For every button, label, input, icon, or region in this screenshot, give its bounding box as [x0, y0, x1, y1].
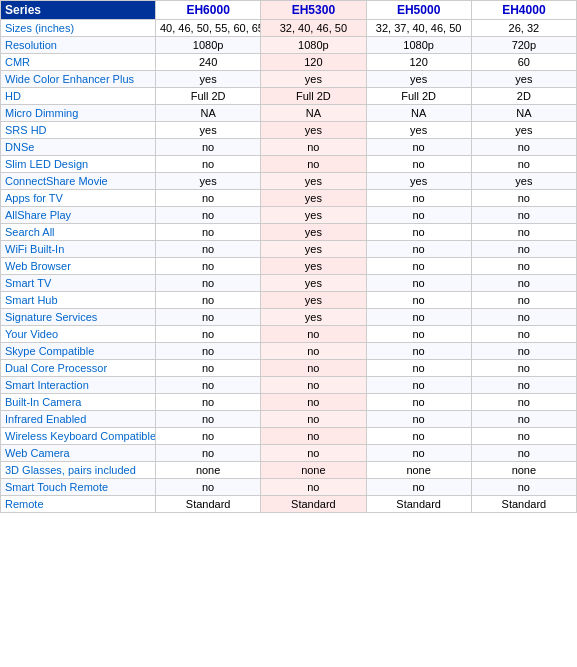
table-header-row: Series EH6000 EH5300 EH5000 EH4000	[1, 1, 577, 20]
eh6000-cell: no	[156, 309, 261, 326]
feature-cell: Remote	[1, 496, 156, 513]
eh5300-cell: yes	[261, 309, 366, 326]
eh5300-cell: yes	[261, 173, 366, 190]
eh5300-cell: no	[261, 156, 366, 173]
feature-cell: Wireless Keyboard Compatible	[1, 428, 156, 445]
eh6000-cell: 240	[156, 54, 261, 71]
eh5000-cell: no	[366, 190, 471, 207]
eh4000-cell: no	[471, 377, 576, 394]
eh5000-cell: no	[366, 343, 471, 360]
feature-cell: Micro Dimming	[1, 105, 156, 122]
feature-cell: Smart Interaction	[1, 377, 156, 394]
feature-cell: WiFi Built-In	[1, 241, 156, 258]
table-row: RemoteStandardStandardStandardStandard	[1, 496, 577, 513]
eh6000-cell: yes	[156, 71, 261, 88]
eh6000-cell: no	[156, 241, 261, 258]
eh5300-cell: no	[261, 394, 366, 411]
feature-cell: 3D Glasses, pairs included	[1, 462, 156, 479]
eh5000-cell: Full 2D	[366, 88, 471, 105]
table-row: Smart Touch Remotenononono	[1, 479, 577, 496]
eh5300-cell: NA	[261, 105, 366, 122]
eh5300-cell: no	[261, 377, 366, 394]
feature-cell: DNSe	[1, 139, 156, 156]
eh5300-cell: yes	[261, 207, 366, 224]
table-row: Micro DimmingNANANANA	[1, 105, 577, 122]
eh6000-cell: no	[156, 360, 261, 377]
feature-cell: Smart TV	[1, 275, 156, 292]
eh5000-cell: no	[366, 394, 471, 411]
eh5300-cell: 1080p	[261, 37, 366, 54]
feature-cell: Infrared Enabled	[1, 411, 156, 428]
eh6000-header: EH6000	[156, 1, 261, 20]
eh4000-cell: yes	[471, 122, 576, 139]
table-row: 3D Glasses, pairs includednonenonenoneno…	[1, 462, 577, 479]
eh6000-cell: no	[156, 479, 261, 496]
eh5000-cell: no	[366, 258, 471, 275]
eh5300-cell: no	[261, 360, 366, 377]
eh4000-cell: no	[471, 258, 576, 275]
eh5000-header: EH5000	[366, 1, 471, 20]
eh6000-cell: none	[156, 462, 261, 479]
table-row: Resolution1080p1080p1080p720p	[1, 37, 577, 54]
feature-cell: Search All	[1, 224, 156, 241]
table-row: ConnectShare Movieyesyesyesyes	[1, 173, 577, 190]
eh5300-cell: 120	[261, 54, 366, 71]
table-row: Skype Compatiblenononono	[1, 343, 577, 360]
eh5000-cell: 1080p	[366, 37, 471, 54]
eh5300-cell: yes	[261, 241, 366, 258]
feature-cell: Smart Hub	[1, 292, 156, 309]
eh6000-cell: no	[156, 139, 261, 156]
eh5300-cell: no	[261, 326, 366, 343]
feature-cell: Built-In Camera	[1, 394, 156, 411]
feature-cell: Apps for TV	[1, 190, 156, 207]
eh4000-cell: no	[471, 428, 576, 445]
eh4000-cell: no	[471, 156, 576, 173]
eh4000-cell: none	[471, 462, 576, 479]
feature-cell: Web Camera	[1, 445, 156, 462]
eh6000-cell: Standard	[156, 496, 261, 513]
eh5000-cell: none	[366, 462, 471, 479]
feature-cell: Your Video	[1, 326, 156, 343]
eh5000-cell: no	[366, 360, 471, 377]
eh6000-cell: no	[156, 445, 261, 462]
eh4000-cell: no	[471, 394, 576, 411]
eh5000-cell: 32, 37, 40, 46, 50	[366, 20, 471, 37]
table-row: Search Allnoyesnono	[1, 224, 577, 241]
eh5300-cell: none	[261, 462, 366, 479]
feature-cell: Signature Services	[1, 309, 156, 326]
eh4000-cell: no	[471, 445, 576, 462]
eh4000-cell: NA	[471, 105, 576, 122]
eh6000-cell: no	[156, 190, 261, 207]
eh4000-cell: no	[471, 360, 576, 377]
table-row: Wide Color Enhancer Plusyesyesyesyes	[1, 71, 577, 88]
feature-cell: Web Browser	[1, 258, 156, 275]
eh6000-cell: no	[156, 258, 261, 275]
eh6000-cell: no	[156, 377, 261, 394]
eh5300-cell: no	[261, 445, 366, 462]
table-row: Sizes (inches)40, 46, 50, 55, 60, 6532, …	[1, 20, 577, 37]
eh5000-cell: no	[366, 156, 471, 173]
eh5000-cell: yes	[366, 71, 471, 88]
table-row: CMR24012012060	[1, 54, 577, 71]
eh4000-cell: no	[471, 343, 576, 360]
eh5000-cell: Standard	[366, 496, 471, 513]
eh5300-cell: 32, 40, 46, 50	[261, 20, 366, 37]
eh5300-cell: Standard	[261, 496, 366, 513]
eh5300-cell: yes	[261, 190, 366, 207]
eh5300-cell: yes	[261, 292, 366, 309]
eh4000-cell: yes	[471, 71, 576, 88]
eh5300-cell: no	[261, 479, 366, 496]
eh6000-cell: no	[156, 411, 261, 428]
table-row: Smart Hubnoyesnono	[1, 292, 577, 309]
eh6000-cell: no	[156, 394, 261, 411]
feature-cell: SRS HD	[1, 122, 156, 139]
table-row: Web Browsernoyesnono	[1, 258, 577, 275]
eh5300-cell: Full 2D	[261, 88, 366, 105]
eh5000-cell: yes	[366, 122, 471, 139]
table-row: Built-In Cameranononono	[1, 394, 577, 411]
eh6000-cell: no	[156, 326, 261, 343]
table-row: Your Videonononono	[1, 326, 577, 343]
eh6000-cell: Full 2D	[156, 88, 261, 105]
feature-cell: Dual Core Processor	[1, 360, 156, 377]
table-row: WiFi Built-Innoyesnono	[1, 241, 577, 258]
